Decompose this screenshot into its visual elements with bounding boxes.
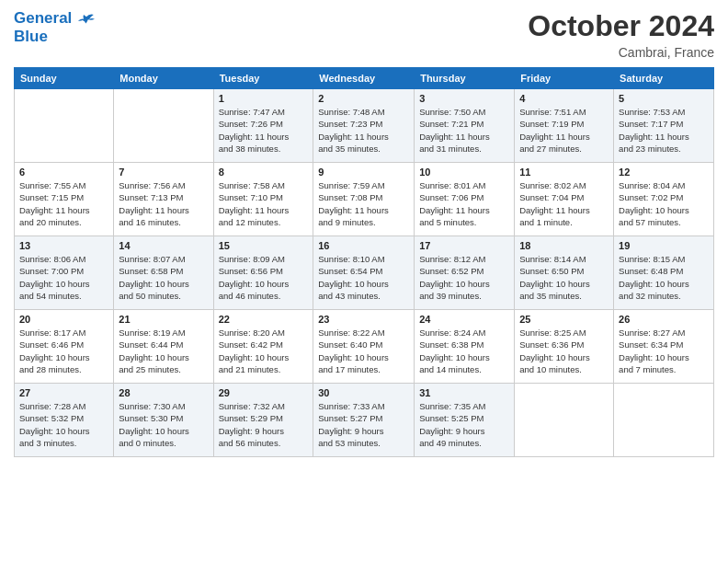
day-cell: 27Sunrise: 7:28 AM Sunset: 5:32 PM Dayli… — [15, 384, 114, 457]
day-info: Sunrise: 7:58 AM Sunset: 7:10 PM Dayligh… — [219, 179, 309, 228]
day-info: Sunrise: 8:14 AM Sunset: 6:50 PM Dayligh… — [519, 253, 609, 302]
day-cell: 23Sunrise: 8:22 AM Sunset: 6:40 PM Dayli… — [313, 310, 415, 384]
day-info: Sunrise: 7:50 AM Sunset: 7:21 PM Dayligh… — [419, 106, 509, 155]
day-number: 30 — [318, 387, 409, 398]
day-info: Sunrise: 7:47 AM Sunset: 7:26 PM Dayligh… — [219, 106, 309, 155]
day-info: Sunrise: 7:28 AM Sunset: 5:32 PM Dayligh… — [19, 400, 108, 449]
day-number: 29 — [219, 387, 309, 398]
day-cell: 15Sunrise: 8:09 AM Sunset: 6:56 PM Dayli… — [213, 236, 313, 310]
day-number: 14 — [119, 240, 208, 251]
page: General Blue October 2024 Cambrai, Franc… — [0, 0, 728, 563]
day-info: Sunrise: 8:07 AM Sunset: 6:58 PM Dayligh… — [119, 253, 208, 302]
logo-bird-icon — [78, 12, 95, 27]
day-number: 22 — [219, 314, 309, 325]
day-number: 18 — [519, 240, 609, 251]
day-cell: 9Sunrise: 7:59 AM Sunset: 7:08 PM Daylig… — [313, 163, 415, 236]
day-info: Sunrise: 8:19 AM Sunset: 6:44 PM Dayligh… — [119, 327, 208, 375]
day-number: 2 — [318, 93, 409, 104]
day-number: 4 — [519, 93, 609, 104]
day-info: Sunrise: 8:20 AM Sunset: 6:42 PM Dayligh… — [219, 327, 309, 375]
week-row-0: 1Sunrise: 7:47 AM Sunset: 7:26 PM Daylig… — [15, 89, 714, 163]
day-cell: 28Sunrise: 7:30 AM Sunset: 5:30 PM Dayli… — [114, 384, 213, 457]
day-cell: 8Sunrise: 7:58 AM Sunset: 7:10 PM Daylig… — [213, 163, 313, 236]
day-number: 27 — [19, 387, 108, 398]
day-info: Sunrise: 7:32 AM Sunset: 5:29 PM Dayligh… — [219, 400, 309, 449]
day-cell — [114, 89, 213, 163]
logo-general: General — [14, 9, 72, 27]
dow-header-tuesday: Tuesday — [213, 68, 313, 89]
day-info: Sunrise: 8:12 AM Sunset: 6:52 PM Dayligh… — [419, 253, 509, 302]
day-cell: 17Sunrise: 8:12 AM Sunset: 6:52 PM Dayli… — [415, 236, 515, 310]
day-number: 7 — [119, 167, 208, 178]
day-cell: 24Sunrise: 8:24 AM Sunset: 6:38 PM Dayli… — [415, 310, 515, 384]
month-title: October 2024 — [528, 9, 714, 43]
day-number: 25 — [519, 314, 609, 325]
day-info: Sunrise: 8:24 AM Sunset: 6:38 PM Dayligh… — [419, 327, 509, 375]
day-number: 13 — [19, 240, 108, 251]
day-cell: 10Sunrise: 8:01 AM Sunset: 7:06 PM Dayli… — [415, 163, 515, 236]
day-info: Sunrise: 8:15 AM Sunset: 6:48 PM Dayligh… — [619, 253, 709, 302]
day-info: Sunrise: 7:59 AM Sunset: 7:08 PM Dayligh… — [318, 179, 409, 228]
day-number: 5 — [619, 93, 709, 104]
day-cell: 26Sunrise: 8:27 AM Sunset: 6:34 PM Dayli… — [614, 310, 714, 384]
day-number: 20 — [19, 314, 108, 325]
day-cell: 22Sunrise: 8:20 AM Sunset: 6:42 PM Dayli… — [213, 310, 313, 384]
day-info: Sunrise: 8:27 AM Sunset: 6:34 PM Dayligh… — [619, 327, 709, 375]
day-info: Sunrise: 7:53 AM Sunset: 7:17 PM Dayligh… — [619, 106, 709, 155]
day-cell: 14Sunrise: 8:07 AM Sunset: 6:58 PM Dayli… — [114, 236, 213, 310]
day-cell — [15, 89, 114, 163]
day-number: 6 — [19, 167, 108, 178]
day-number: 1 — [219, 93, 309, 104]
day-number: 19 — [619, 240, 709, 251]
calendar-body: 1Sunrise: 7:47 AM Sunset: 7:26 PM Daylig… — [15, 89, 714, 457]
week-row-2: 13Sunrise: 8:06 AM Sunset: 7:00 PM Dayli… — [15, 236, 714, 310]
day-number: 3 — [419, 93, 509, 104]
day-cell: 6Sunrise: 7:55 AM Sunset: 7:15 PM Daylig… — [15, 163, 114, 236]
day-info: Sunrise: 8:10 AM Sunset: 6:54 PM Dayligh… — [318, 253, 409, 302]
week-row-4: 27Sunrise: 7:28 AM Sunset: 5:32 PM Dayli… — [15, 384, 714, 457]
day-cell: 25Sunrise: 8:25 AM Sunset: 6:36 PM Dayli… — [515, 310, 614, 384]
day-cell: 13Sunrise: 8:06 AM Sunset: 7:00 PM Dayli… — [15, 236, 114, 310]
title-block: October 2024 Cambrai, France — [528, 9, 714, 60]
day-info: Sunrise: 7:35 AM Sunset: 5:25 PM Dayligh… — [419, 400, 509, 449]
day-number: 15 — [219, 240, 309, 251]
dow-header-wednesday: Wednesday — [313, 68, 415, 89]
days-of-week-row: SundayMondayTuesdayWednesdayThursdayFrid… — [15, 68, 714, 89]
calendar: SundayMondayTuesdayWednesdayThursdayFrid… — [14, 67, 714, 457]
day-number: 24 — [419, 314, 509, 325]
day-cell: 20Sunrise: 8:17 AM Sunset: 6:46 PM Dayli… — [15, 310, 114, 384]
day-number: 28 — [119, 387, 208, 398]
day-cell: 2Sunrise: 7:48 AM Sunset: 7:23 PM Daylig… — [313, 89, 415, 163]
day-cell: 11Sunrise: 8:02 AM Sunset: 7:04 PM Dayli… — [515, 163, 614, 236]
day-info: Sunrise: 8:01 AM Sunset: 7:06 PM Dayligh… — [419, 179, 509, 228]
day-cell: 29Sunrise: 7:32 AM Sunset: 5:29 PM Dayli… — [213, 384, 313, 457]
logo-blue: Blue — [14, 28, 95, 46]
day-cell: 1Sunrise: 7:47 AM Sunset: 7:26 PM Daylig… — [213, 89, 313, 163]
day-cell: 31Sunrise: 7:35 AM Sunset: 5:25 PM Dayli… — [415, 384, 515, 457]
day-number: 23 — [318, 314, 409, 325]
day-number: 31 — [419, 387, 509, 398]
day-info: Sunrise: 7:30 AM Sunset: 5:30 PM Dayligh… — [119, 400, 208, 449]
day-number: 16 — [318, 240, 409, 251]
dow-header-sunday: Sunday — [15, 68, 114, 89]
day-info: Sunrise: 8:22 AM Sunset: 6:40 PM Dayligh… — [318, 327, 409, 375]
dow-header-thursday: Thursday — [415, 68, 515, 89]
day-number: 21 — [119, 314, 208, 325]
day-number: 12 — [619, 167, 709, 178]
logo: General Blue — [14, 9, 95, 45]
day-info: Sunrise: 7:33 AM Sunset: 5:27 PM Dayligh… — [318, 400, 409, 449]
header: General Blue October 2024 Cambrai, Franc… — [14, 9, 714, 60]
day-cell: 5Sunrise: 7:53 AM Sunset: 7:17 PM Daylig… — [614, 89, 714, 163]
day-cell: 3Sunrise: 7:50 AM Sunset: 7:21 PM Daylig… — [415, 89, 515, 163]
dow-header-friday: Friday — [515, 68, 614, 89]
week-row-3: 20Sunrise: 8:17 AM Sunset: 6:46 PM Dayli… — [15, 310, 714, 384]
day-number: 26 — [619, 314, 709, 325]
day-cell: 12Sunrise: 8:04 AM Sunset: 7:02 PM Dayli… — [614, 163, 714, 236]
day-info: Sunrise: 7:48 AM Sunset: 7:23 PM Dayligh… — [318, 106, 409, 155]
week-row-1: 6Sunrise: 7:55 AM Sunset: 7:15 PM Daylig… — [15, 163, 714, 236]
day-cell: 19Sunrise: 8:15 AM Sunset: 6:48 PM Dayli… — [614, 236, 714, 310]
day-number: 11 — [519, 167, 609, 178]
dow-header-monday: Monday — [114, 68, 213, 89]
day-info: Sunrise: 7:55 AM Sunset: 7:15 PM Dayligh… — [19, 179, 108, 228]
day-number: 9 — [318, 167, 409, 178]
